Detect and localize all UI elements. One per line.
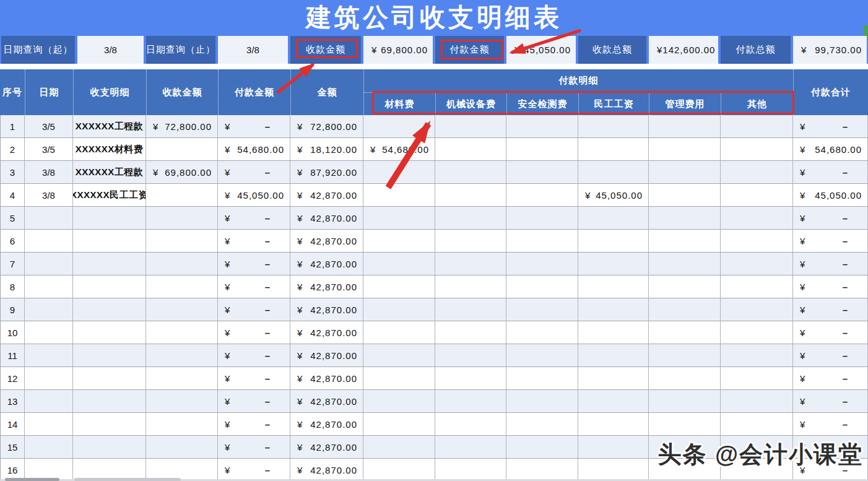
cell-amount[interactable]: ¥42,870.00 (290, 344, 363, 367)
cell-seq[interactable]: 4 (0, 184, 25, 207)
cell-other[interactable] (721, 367, 793, 390)
cell-seq[interactable]: 7 (0, 253, 25, 275)
cell-payment[interactable]: ¥– (218, 253, 290, 275)
cell-safety[interactable] (506, 344, 578, 367)
cell-seq[interactable]: 1 (0, 115, 25, 138)
cell-management[interactable] (649, 253, 721, 275)
cell-other[interactable] (721, 275, 793, 298)
cell-labor[interactable] (578, 390, 649, 413)
cell-safety[interactable] (506, 161, 578, 184)
cell-payment[interactable]: ¥– (218, 390, 290, 413)
cell-machinery[interactable] (435, 298, 506, 321)
cell-management[interactable] (649, 161, 721, 184)
cell-safety[interactable] (506, 436, 578, 459)
cell-management[interactable] (649, 321, 721, 344)
cell-date[interactable] (25, 275, 73, 298)
cell-labor[interactable]: ¥45,050.00 (578, 184, 649, 207)
cell-materials[interactable] (363, 298, 435, 321)
cell-machinery[interactable] (435, 138, 506, 161)
cell-detail[interactable]: XXXXXX工程款 (73, 115, 146, 138)
cell-labor[interactable] (578, 138, 649, 161)
cell-date[interactable] (25, 390, 73, 413)
cell-payment[interactable]: ¥– (218, 298, 290, 321)
cell-payment[interactable]: ¥– (218, 459, 290, 481)
cell-other[interactable] (721, 138, 793, 161)
receipt-amount-value[interactable]: ¥69,800.00 (363, 36, 433, 64)
cell-payment[interactable]: ¥– (218, 115, 290, 138)
cell-labor[interactable] (578, 321, 649, 344)
cell-date[interactable] (25, 413, 73, 436)
cell-receipt[interactable] (146, 138, 218, 161)
cell-date[interactable] (25, 230, 73, 253)
cell-other[interactable] (721, 184, 793, 207)
cell-amount[interactable]: ¥42,870.00 (290, 230, 363, 253)
cell-payment[interactable]: ¥45,050.00 (218, 184, 290, 207)
cell-other[interactable] (721, 207, 793, 230)
cell-labor[interactable] (578, 275, 649, 298)
cell-detail[interactable]: XXXXXX民工工资 (73, 184, 146, 207)
cell-date[interactable] (25, 436, 73, 459)
cell-labor[interactable] (578, 115, 649, 138)
cell-seq[interactable]: 8 (0, 275, 25, 298)
cell-receipt[interactable] (146, 207, 218, 230)
cell-amount[interactable]: ¥42,870.00 (290, 436, 363, 459)
cell-labor[interactable] (578, 436, 649, 459)
cell-receipt[interactable] (146, 390, 218, 413)
cell-payment-total[interactable]: ¥– (793, 253, 868, 275)
cell-materials[interactable] (363, 344, 435, 367)
cell-receipt[interactable]: ¥72,800.00 (146, 115, 218, 138)
cell-materials[interactable] (363, 207, 435, 230)
cell-receipt[interactable] (146, 275, 218, 298)
cell-amount[interactable]: ¥42,870.00 (290, 275, 363, 298)
cell-date[interactable] (25, 321, 73, 344)
cell-other[interactable] (721, 161, 793, 184)
cell-payment[interactable]: ¥– (218, 367, 290, 390)
date-from-value[interactable]: 3/8 (77, 36, 144, 64)
payment-amount-value[interactable]: ¥45,050.00 (506, 36, 576, 64)
cell-management[interactable] (649, 298, 721, 321)
cell-safety[interactable] (506, 298, 578, 321)
cell-materials[interactable] (363, 115, 435, 138)
cell-seq[interactable]: 13 (0, 390, 25, 413)
cell-amount[interactable]: ¥42,870.00 (290, 367, 363, 390)
cell-machinery[interactable] (435, 161, 506, 184)
cell-labor[interactable] (578, 207, 649, 230)
cell-detail[interactable] (73, 207, 146, 230)
cell-safety[interactable] (506, 138, 578, 161)
cell-date[interactable] (25, 207, 73, 230)
cell-payment[interactable]: ¥– (218, 436, 290, 459)
cell-safety[interactable] (506, 115, 578, 138)
cell-amount[interactable]: ¥87,920.00 (290, 161, 363, 184)
cell-materials[interactable] (363, 253, 435, 275)
cell-amount[interactable]: ¥42,870.00 (290, 253, 363, 275)
cell-amount[interactable]: ¥42,870.00 (290, 184, 363, 207)
cell-machinery[interactable] (435, 413, 506, 436)
cell-seq[interactable]: 12 (0, 367, 25, 390)
cell-safety[interactable] (506, 367, 578, 390)
cell-date[interactable] (25, 367, 73, 390)
cell-machinery[interactable] (435, 436, 506, 459)
cell-management[interactable] (649, 138, 721, 161)
cell-labor[interactable] (578, 367, 649, 390)
cell-receipt[interactable] (146, 436, 218, 459)
cell-seq[interactable]: 2 (0, 138, 25, 161)
cell-payment-total[interactable]: ¥– (793, 207, 868, 230)
cell-receipt[interactable] (146, 321, 218, 344)
cell-materials[interactable]: ¥54,680.00 (363, 138, 435, 161)
cell-date[interactable] (25, 298, 73, 321)
cell-management[interactable] (649, 344, 721, 367)
cell-detail[interactable] (73, 321, 146, 344)
cell-detail[interactable] (73, 253, 146, 275)
cell-payment-total[interactable]: ¥54,680.00 (793, 138, 868, 161)
cell-receipt[interactable] (146, 413, 218, 436)
cell-machinery[interactable] (435, 184, 506, 207)
cell-date[interactable]: 3/8 (25, 161, 73, 184)
cell-materials[interactable] (363, 321, 435, 344)
cell-payment-total[interactable]: ¥– (793, 275, 868, 298)
cell-labor[interactable] (578, 230, 649, 253)
cell-payment-total[interactable]: ¥– (793, 298, 868, 321)
cell-labor[interactable] (578, 459, 649, 481)
cell-detail[interactable] (73, 367, 146, 390)
cell-receipt[interactable] (146, 253, 218, 275)
cell-safety[interactable] (506, 459, 578, 481)
